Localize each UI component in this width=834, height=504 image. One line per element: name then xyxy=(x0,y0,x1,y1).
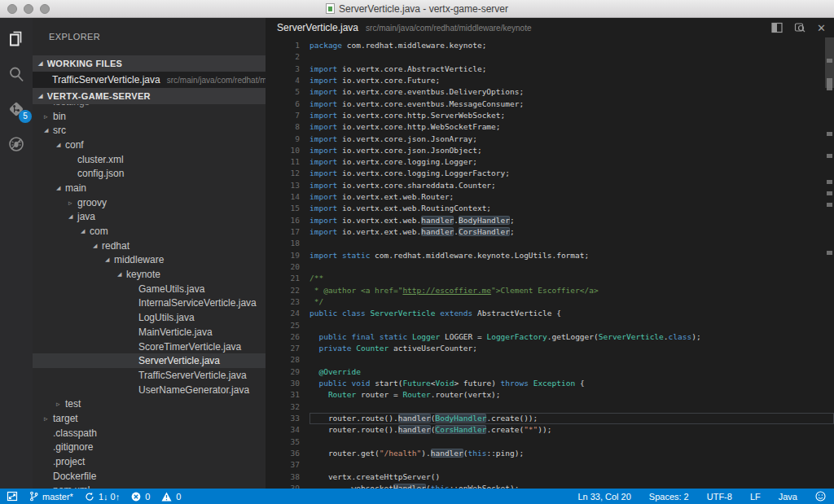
code-line-text[interactable]: import io.vertx.ext.web.handler.CorsHand… xyxy=(309,226,834,238)
tree-item-MainVerticle.java[interactable]: MainVerticle.java xyxy=(33,325,266,340)
tree-item-pom.xml[interactable]: pom.xml xyxy=(33,484,266,489)
code-line-text[interactable]: import io.vertx.ext.web.Router; xyxy=(309,191,834,203)
code-line-text[interactable]: public final static Logger LOGGER = Logg… xyxy=(309,331,834,343)
line-number[interactable]: 10 xyxy=(266,145,300,156)
line-number[interactable]: 31 xyxy=(266,389,300,401)
line-number[interactable]: 20 xyxy=(266,261,300,273)
preview-icon[interactable] xyxy=(794,22,805,33)
tree-item-ScoreTimerVerticle.java[interactable]: ScoreTimerVerticle.java xyxy=(33,340,266,354)
line-number[interactable]: 35 xyxy=(266,436,300,448)
line-number[interactable]: 14 xyxy=(266,191,300,203)
code-line-text[interactable]: package com.redhat.middleware.keynote; xyxy=(309,40,834,51)
tree-item-keynote[interactable]: ◢keynote xyxy=(33,267,266,282)
code-line-text[interactable]: public void start(Future<Void> future) t… xyxy=(309,378,834,389)
code-line-text[interactable]: import io.vertx.core.eventbus.MessageCon… xyxy=(309,99,834,110)
code-line-text[interactable] xyxy=(309,436,834,448)
tree-item-config.json[interactable]: config.json xyxy=(33,166,266,181)
git-icon[interactable]: 5 xyxy=(7,99,26,119)
tree-item-com[interactable]: ◢com xyxy=(33,224,266,239)
line-number[interactable]: 27 xyxy=(266,343,300,354)
line-number[interactable]: 36 xyxy=(266,448,300,459)
tree-item-groovy[interactable]: ▹groovy xyxy=(33,195,266,210)
code-line-text[interactable]: import io.vertx.core.shareddata.Counter; xyxy=(309,180,834,191)
code-line-text[interactable]: import io.vertx.core.AbstractVerticle; xyxy=(309,64,834,75)
code-line-text[interactable]: import io.vertx.core.logging.Logger; xyxy=(309,156,834,168)
cursor-position[interactable]: Ln 33, Col 20 xyxy=(577,492,630,502)
tree-item-UserNameGenerator.java[interactable]: UserNameGenerator.java xyxy=(33,383,266,397)
tree-item-conf[interactable]: ◢conf xyxy=(33,138,266,152)
code-line-text[interactable]: import io.vertx.core.logging.LoggerFacto… xyxy=(309,168,834,179)
tree-item-redhat[interactable]: ◢redhat xyxy=(33,239,266,253)
line-number[interactable]: 30 xyxy=(266,378,300,389)
code-line-text[interactable]: vertx.createHttpServer() xyxy=(309,471,834,483)
code-line-text[interactable] xyxy=(309,354,834,366)
code-line-text[interactable] xyxy=(309,401,834,413)
close-window-button[interactable] xyxy=(7,4,17,14)
code-line-text[interactable]: private Counter activeUserCounter; xyxy=(309,343,834,354)
line-number[interactable]: 39 xyxy=(266,483,300,489)
line-number[interactable]: 28 xyxy=(266,354,300,366)
feedback-smiley-icon[interactable] xyxy=(815,491,826,502)
indentation-indicator[interactable]: Spaces: 2 xyxy=(649,492,689,502)
eol-indicator[interactable]: LF xyxy=(750,492,761,502)
explorer-icon[interactable] xyxy=(7,29,26,49)
line-number[interactable]: 3 xyxy=(266,64,300,75)
line-number[interactable]: 4 xyxy=(266,75,300,86)
code-line-text[interactable]: * @author <a href="http://escoffier.me">… xyxy=(309,285,834,296)
working-file-item[interactable]: TrafficServerVerticle.java src/main/java… xyxy=(33,72,266,88)
tree-item-test[interactable]: ▹test xyxy=(33,397,266,411)
code-line-text[interactable]: import io.vertx.ext.web.handler.BodyHand… xyxy=(309,215,834,226)
errors-indicator[interactable]: 0 xyxy=(131,492,150,502)
line-number[interactable]: 37 xyxy=(266,459,300,471)
code-line-text[interactable] xyxy=(309,261,834,273)
tree-item-.classpath[interactable]: .classpath xyxy=(33,426,266,440)
line-number[interactable]: 15 xyxy=(266,203,300,214)
line-number[interactable]: 32 xyxy=(266,401,300,413)
line-number[interactable]: 26 xyxy=(266,331,300,343)
code-line-text[interactable]: import io.vertx.core.Future; xyxy=(309,75,834,86)
line-number[interactable]: 11 xyxy=(266,156,300,168)
line-number[interactable]: 17 xyxy=(266,226,300,238)
code-line-text[interactable]: public class ServerVerticle extends Abst… xyxy=(309,308,834,319)
project-section-header[interactable]: ◢ VERTX-GAME-SERVER xyxy=(33,88,266,104)
minimize-window-button[interactable] xyxy=(24,4,33,14)
search-icon[interactable] xyxy=(7,64,26,84)
tree-item-Dockerfile[interactable]: Dockerfile xyxy=(33,469,266,484)
tree-item-target[interactable]: ▹target xyxy=(33,411,266,426)
tree-item-ServerVerticle.java[interactable]: ServerVerticle.java xyxy=(33,353,266,368)
code-line-text[interactable]: .websocketHandler(this::onWebSocket); xyxy=(309,483,834,489)
line-number[interactable]: 1 xyxy=(266,40,300,51)
line-number[interactable]: 5 xyxy=(266,86,300,98)
tree-item-java[interactable]: ◢java xyxy=(33,210,266,225)
line-number[interactable]: 25 xyxy=(266,320,300,331)
line-number[interactable]: 18 xyxy=(266,238,300,249)
tree-item-middleware[interactable]: ◢middleware xyxy=(33,253,266,268)
tree-item-TrafficServerVerticle.java[interactable]: TrafficServerVerticle.java xyxy=(33,368,266,383)
warnings-indicator[interactable]: 0 xyxy=(161,492,181,502)
code-line-text[interactable] xyxy=(309,238,834,249)
code-line-text[interactable]: import io.vertx.core.http.WebSocketFrame… xyxy=(309,121,834,133)
tree-item-GameUtils.java[interactable]: GameUtils.java xyxy=(33,282,266,296)
code-line-text[interactable]: @Override xyxy=(309,366,834,378)
line-number[interactable]: 33 xyxy=(266,413,300,424)
tree-item-InternalServiceVerticle.java[interactable]: InternalServiceVerticle.java xyxy=(33,296,266,311)
line-number[interactable]: 34 xyxy=(266,424,300,436)
line-number[interactable]: 22 xyxy=(266,285,300,296)
line-number[interactable]: 38 xyxy=(266,471,300,483)
window-layout-button[interactable] xyxy=(7,491,18,502)
split-editor-icon[interactable] xyxy=(771,22,783,33)
code-line-text[interactable]: router.get("/health").handler(this::ping… xyxy=(309,448,834,459)
line-number[interactable]: 12 xyxy=(266,168,300,179)
code-line-text[interactable] xyxy=(309,320,834,331)
code-line-text[interactable]: Router router = Router.router(vertx); xyxy=(309,389,834,401)
close-editor-icon[interactable]: ✕ xyxy=(817,23,826,33)
code-line-text[interactable] xyxy=(309,51,834,63)
code-line-text[interactable]: router.route().handler(BodyHandler.creat… xyxy=(309,413,834,424)
encoding-indicator[interactable]: UTF-8 xyxy=(707,492,732,502)
code-line-text[interactable]: import static com.redhat.middleware.keyn… xyxy=(309,250,834,261)
tree-item-main[interactable]: ◢main xyxy=(33,181,266,195)
code-line-text[interactable]: import io.vertx.core.eventbus.DeliveryOp… xyxy=(309,86,834,98)
code-area[interactable]: 1package com.redhat.middleware.keynote;2… xyxy=(266,37,834,489)
code-line-text[interactable]: router.route().handler(CorsHandler.creat… xyxy=(309,424,834,436)
code-line-text[interactable] xyxy=(309,459,834,471)
